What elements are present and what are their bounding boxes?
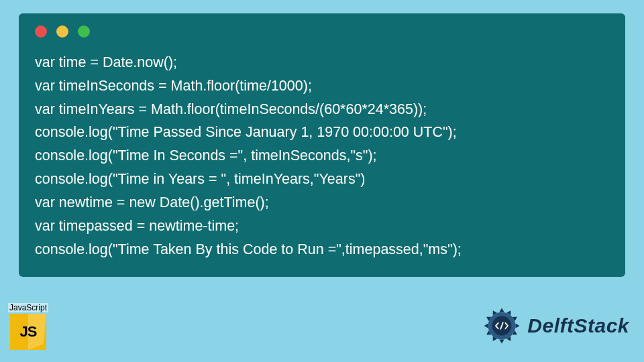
gear-icon xyxy=(482,306,522,346)
javascript-badge: JavaScript JS xyxy=(4,301,52,350)
code-block: var time = Date.now(); var timeInSeconds… xyxy=(35,51,609,261)
svg-marker-3 xyxy=(516,323,520,328)
brand-name: DelftStack xyxy=(527,314,629,337)
javascript-icon-text: JS xyxy=(20,323,37,341)
window-titlebar xyxy=(35,25,609,38)
svg-marker-9 xyxy=(484,323,488,328)
javascript-label: JavaScript xyxy=(8,303,48,312)
traffic-light-close-icon xyxy=(35,25,47,38)
javascript-icon: JS xyxy=(10,314,46,350)
brand-logo: DelftStack xyxy=(482,306,629,346)
svg-marker-0 xyxy=(500,308,504,312)
traffic-light-zoom-icon xyxy=(78,25,90,38)
svg-marker-6 xyxy=(500,339,504,343)
code-window: var time = Date.now(); var timeInSeconds… xyxy=(19,13,625,277)
traffic-light-minimize-icon xyxy=(56,25,68,38)
